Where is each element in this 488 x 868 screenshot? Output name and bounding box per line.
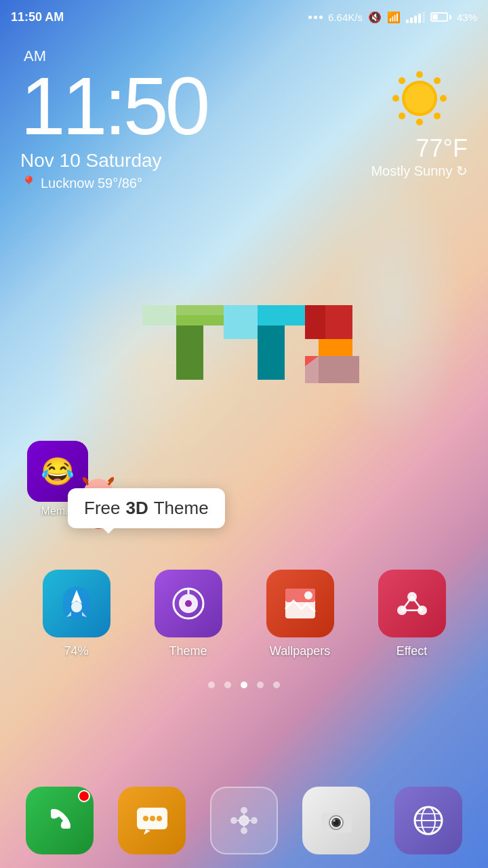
page-dot-3[interactable]	[257, 682, 264, 688]
battery-tip	[449, 15, 451, 20]
rocket-svg	[56, 583, 97, 624]
svg-point-28	[71, 601, 82, 612]
signal-bars	[406, 12, 425, 23]
dock-messages[interactable]	[118, 787, 186, 854]
effect-svg	[392, 583, 432, 624]
svg-point-7	[434, 113, 441, 119]
weather-description-text: Mostly Sunny	[371, 163, 452, 178]
bar1	[406, 20, 409, 23]
svg-line-38	[402, 597, 412, 610]
meme-emoji: 😂	[41, 456, 75, 488]
phone-notification-dot	[78, 790, 90, 802]
battery-body	[430, 12, 448, 22]
svg-point-34	[304, 591, 312, 599]
clock-date: Nov 10 Saturday	[20, 150, 207, 172]
tts-svg	[122, 278, 366, 400]
app-item-effect[interactable]: Effect	[371, 570, 453, 658]
svg-point-42	[143, 816, 148, 821]
svg-point-47	[241, 827, 247, 834]
connect-svg	[226, 802, 263, 840]
svg-point-9	[405, 83, 434, 113]
page-dot-2[interactable]	[241, 682, 247, 688]
page-dot-0[interactable]	[208, 682, 215, 688]
camera-svg	[318, 802, 355, 840]
svg-point-48	[230, 817, 237, 824]
sun-svg	[389, 68, 450, 129]
weather-area: 77°F Mostly Sunny ↻	[371, 68, 468, 179]
tooltip-text-3d: 3D	[125, 498, 148, 519]
dock	[0, 787, 488, 854]
dock-camera[interactable]	[302, 787, 370, 854]
app-row: 74% Theme Wallpapers	[0, 570, 488, 658]
svg-point-44	[157, 816, 162, 821]
status-bar: 11:50 AM 6.64K/s 🔇 📶 43%	[0, 0, 488, 34]
svg-point-43	[150, 816, 155, 821]
svg-point-49	[251, 817, 258, 824]
svg-point-45	[239, 816, 249, 825]
dock-connect[interactable]	[210, 787, 278, 854]
svg-point-46	[241, 807, 247, 814]
bar2	[410, 18, 413, 23]
dock-phone[interactable]	[26, 787, 94, 854]
rocket-icon[interactable]	[43, 570, 110, 637]
svg-marker-19	[224, 305, 258, 339]
network-speed: 6.64K/s	[328, 12, 363, 23]
tooltip-text-free: Free	[84, 498, 120, 519]
dot1	[308, 16, 312, 19]
dock-browser[interactable]	[394, 787, 462, 854]
location-name: Lucknow	[41, 176, 94, 191]
svg-point-1	[416, 119, 423, 125]
wifi-icon: 📶	[387, 11, 401, 24]
app-label-wallpapers: Wallpapers	[260, 644, 341, 658]
svg-point-5	[434, 77, 441, 84]
tooltip-text-theme: Theme	[154, 498, 209, 519]
svg-point-0	[416, 71, 423, 78]
app-item-wallpapers[interactable]: Wallpapers	[260, 570, 341, 658]
wallpaper-svg	[280, 583, 321, 624]
svg-point-4	[399, 77, 405, 84]
app-label-74: 74%	[36, 644, 117, 658]
status-dots	[308, 16, 323, 19]
clock-time: 11:50	[20, 65, 207, 146]
svg-marker-16	[305, 356, 359, 383]
dot2	[314, 16, 317, 19]
svg-point-3	[440, 95, 447, 102]
status-right: 6.64K/s 🔇 📶 43%	[308, 11, 477, 24]
free-3d-theme-tooltip[interactable]: Free 3D Theme	[68, 488, 225, 528]
status-time: 11:50 AM	[11, 10, 64, 24]
location-pin-icon: 📍	[20, 175, 37, 191]
app-item-theme[interactable]: Theme	[148, 570, 229, 658]
dot3	[319, 16, 323, 19]
sun-icon	[389, 68, 450, 129]
page-dot-1[interactable]	[224, 682, 231, 688]
temp-range: 59°/86°	[98, 176, 142, 191]
chat-svg	[134, 802, 171, 840]
theme-icon[interactable]	[155, 570, 222, 637]
phone-svg	[43, 804, 77, 837]
app-label-effect: Effect	[371, 644, 453, 658]
clock-location: 📍 Lucknow 59°/86°	[20, 175, 207, 191]
svg-point-2	[392, 95, 399, 102]
clock-area: AM 11:50 Nov 10 Saturday 📍 Lucknow 59°/8…	[20, 47, 207, 191]
page-dot-4[interactable]	[273, 682, 280, 688]
svg-point-58	[333, 819, 336, 822]
battery-percent: 43%	[457, 12, 477, 23]
refresh-icon[interactable]: ↻	[456, 163, 468, 178]
svg-marker-17	[319, 339, 352, 356]
app-item-rocket[interactable]: 74%	[36, 570, 117, 658]
svg-point-31	[185, 600, 192, 607]
bar3	[414, 16, 417, 23]
wallpaper-icon[interactable]	[266, 570, 334, 637]
svg-rect-59	[340, 810, 346, 814]
battery-icon	[430, 12, 451, 22]
app-label-theme: Theme	[148, 644, 229, 658]
page-dots	[0, 682, 488, 688]
battery-fill	[432, 14, 438, 20]
weather-desc: Mostly Sunny ↻	[371, 163, 468, 179]
svg-marker-15	[142, 305, 176, 326]
svg-point-6	[399, 113, 405, 119]
bar5	[422, 12, 425, 23]
weather-temp: 77°F	[371, 134, 468, 163]
effect-icon[interactable]	[378, 570, 446, 637]
svg-marker-14	[258, 326, 285, 380]
